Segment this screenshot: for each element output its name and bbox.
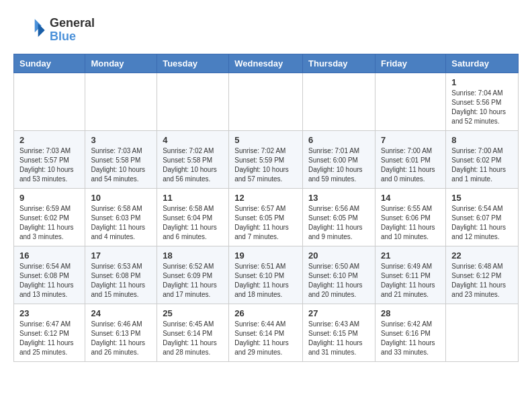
calendar-cell: 14Sunrise: 6:55 AM Sunset: 6:06 PM Dayli… <box>375 189 445 246</box>
calendar-cell: 21Sunrise: 6:49 AM Sunset: 6:11 PM Dayli… <box>375 246 445 304</box>
day-number: 4 <box>163 135 223 145</box>
weekday-thursday: Thursday <box>303 54 375 73</box>
week-row-1: 1Sunrise: 7:04 AM Sunset: 5:56 PM Daylig… <box>14 73 519 131</box>
week-row-2: 2Sunrise: 7:03 AM Sunset: 5:57 PM Daylig… <box>14 131 519 189</box>
day-number: 5 <box>234 135 297 145</box>
calendar-cell: 24Sunrise: 6:46 AM Sunset: 6:13 PM Dayli… <box>85 304 157 362</box>
day-number: 15 <box>451 193 513 203</box>
day-number: 24 <box>91 308 151 318</box>
day-info: Sunrise: 6:58 AM Sunset: 6:03 PM Dayligh… <box>91 204 151 242</box>
day-number: 19 <box>234 250 297 261</box>
calendar-cell: 20Sunrise: 6:50 AM Sunset: 6:10 PM Dayli… <box>303 246 375 304</box>
weekday-header-row: SundayMondayTuesdayWednesdayThursdayFrid… <box>14 54 519 73</box>
day-number: 8 <box>451 135 513 145</box>
calendar-cell: 18Sunrise: 6:52 AM Sunset: 6:09 PM Dayli… <box>157 246 229 304</box>
day-info: Sunrise: 7:04 AM Sunset: 5:56 PM Dayligh… <box>451 89 513 126</box>
day-info: Sunrise: 6:56 AM Sunset: 6:05 PM Dayligh… <box>308 204 369 242</box>
calendar-cell <box>14 73 85 131</box>
day-info: Sunrise: 6:57 AM Sunset: 6:05 PM Dayligh… <box>234 204 297 242</box>
logo-general-text: General <box>50 17 95 30</box>
calendar-cell: 8Sunrise: 7:00 AM Sunset: 6:02 PM Daylig… <box>446 131 519 189</box>
day-info: Sunrise: 7:00 AM Sunset: 6:01 PM Dayligh… <box>381 146 440 184</box>
day-info: Sunrise: 7:00 AM Sunset: 6:02 PM Dayligh… <box>451 146 513 184</box>
calendar-cell: 1Sunrise: 7:04 AM Sunset: 5:56 PM Daylig… <box>446 73 519 131</box>
calendar-cell: 16Sunrise: 6:54 AM Sunset: 6:08 PM Dayli… <box>14 246 85 304</box>
day-info: Sunrise: 7:01 AM Sunset: 6:00 PM Dayligh… <box>308 146 369 184</box>
calendar-cell: 9Sunrise: 6:59 AM Sunset: 6:02 PM Daylig… <box>14 189 85 246</box>
day-info: Sunrise: 6:47 AM Sunset: 6:12 PM Dayligh… <box>19 320 79 357</box>
calendar-cell <box>446 304 519 362</box>
week-row-5: 23Sunrise: 6:47 AM Sunset: 6:12 PM Dayli… <box>14 304 519 362</box>
day-info: Sunrise: 7:03 AM Sunset: 5:57 PM Dayligh… <box>19 146 79 184</box>
day-number: 17 <box>91 250 151 261</box>
weekday-friday: Friday <box>375 54 445 73</box>
page-header: GeneralBlue <box>13 13 519 47</box>
day-number: 22 <box>451 250 513 261</box>
calendar-cell: 15Sunrise: 6:54 AM Sunset: 6:07 PM Dayli… <box>446 189 519 246</box>
day-info: Sunrise: 6:42 AM Sunset: 6:16 PM Dayligh… <box>381 320 440 357</box>
day-info: Sunrise: 6:46 AM Sunset: 6:13 PM Dayligh… <box>91 320 151 357</box>
day-info: Sunrise: 6:44 AM Sunset: 6:14 PM Dayligh… <box>234 320 297 357</box>
day-number: 21 <box>381 250 440 261</box>
calendar-cell: 13Sunrise: 6:56 AM Sunset: 6:05 PM Dayli… <box>303 189 375 246</box>
day-number: 23 <box>19 308 79 318</box>
day-number: 10 <box>91 193 151 203</box>
day-number: 16 <box>19 250 79 261</box>
day-number: 2 <box>19 135 79 145</box>
day-number: 7 <box>381 135 440 145</box>
day-info: Sunrise: 6:59 AM Sunset: 6:02 PM Dayligh… <box>19 204 79 242</box>
day-info: Sunrise: 6:51 AM Sunset: 6:10 PM Dayligh… <box>234 262 297 300</box>
day-number: 3 <box>91 135 151 145</box>
day-number: 27 <box>308 308 369 318</box>
day-info: Sunrise: 6:50 AM Sunset: 6:10 PM Dayligh… <box>308 262 369 300</box>
day-info: Sunrise: 7:02 AM Sunset: 5:59 PM Dayligh… <box>234 146 297 184</box>
day-info: Sunrise: 6:55 AM Sunset: 6:06 PM Dayligh… <box>381 204 440 242</box>
logo: GeneralBlue <box>13 13 95 47</box>
week-row-3: 9Sunrise: 6:59 AM Sunset: 6:02 PM Daylig… <box>14 189 519 246</box>
calendar-cell <box>375 73 445 131</box>
weekday-wednesday: Wednesday <box>229 54 303 73</box>
weekday-monday: Monday <box>85 54 157 73</box>
day-info: Sunrise: 6:53 AM Sunset: 6:08 PM Dayligh… <box>91 262 151 300</box>
calendar-cell: 17Sunrise: 6:53 AM Sunset: 6:08 PM Dayli… <box>85 246 157 304</box>
day-number: 18 <box>163 250 223 261</box>
calendar-cell: 28Sunrise: 6:42 AM Sunset: 6:16 PM Dayli… <box>375 304 445 362</box>
day-info: Sunrise: 6:49 AM Sunset: 6:11 PM Dayligh… <box>381 262 440 300</box>
calendar-cell: 10Sunrise: 6:58 AM Sunset: 6:03 PM Dayli… <box>85 189 157 246</box>
calendar-cell <box>229 73 303 131</box>
calendar-cell: 7Sunrise: 7:00 AM Sunset: 6:01 PM Daylig… <box>375 131 445 189</box>
calendar-cell: 3Sunrise: 7:03 AM Sunset: 5:58 PM Daylig… <box>85 131 157 189</box>
day-info: Sunrise: 6:43 AM Sunset: 6:15 PM Dayligh… <box>308 320 369 357</box>
day-number: 28 <box>381 308 440 318</box>
calendar-cell: 4Sunrise: 7:02 AM Sunset: 5:58 PM Daylig… <box>157 131 229 189</box>
day-info: Sunrise: 6:48 AM Sunset: 6:12 PM Dayligh… <box>451 262 513 300</box>
week-row-4: 16Sunrise: 6:54 AM Sunset: 6:08 PM Dayli… <box>14 246 519 304</box>
logo-blue-text: Blue <box>50 30 95 44</box>
day-number: 1 <box>451 77 513 87</box>
day-number: 12 <box>234 193 297 203</box>
calendar-cell: 22Sunrise: 6:48 AM Sunset: 6:12 PM Dayli… <box>446 246 519 304</box>
day-info: Sunrise: 7:02 AM Sunset: 5:58 PM Dayligh… <box>163 146 223 184</box>
calendar-cell: 27Sunrise: 6:43 AM Sunset: 6:15 PM Dayli… <box>303 304 375 362</box>
day-number: 9 <box>19 193 79 203</box>
day-info: Sunrise: 6:54 AM Sunset: 6:08 PM Dayligh… <box>19 262 79 300</box>
day-number: 20 <box>308 250 369 261</box>
calendar-cell <box>303 73 375 131</box>
day-number: 25 <box>163 308 223 318</box>
calendar-table: SundayMondayTuesdayWednesdayThursdayFrid… <box>13 54 519 362</box>
day-number: 11 <box>163 193 223 203</box>
weekday-tuesday: Tuesday <box>157 54 229 73</box>
day-number: 6 <box>308 135 369 145</box>
weekday-sunday: Sunday <box>14 54 85 73</box>
calendar-cell: 26Sunrise: 6:44 AM Sunset: 6:14 PM Dayli… <box>229 304 303 362</box>
svg-marker-1 <box>38 24 45 37</box>
day-info: Sunrise: 7:03 AM Sunset: 5:58 PM Dayligh… <box>91 146 151 184</box>
calendar-cell <box>85 73 157 131</box>
day-number: 26 <box>234 308 297 318</box>
weekday-saturday: Saturday <box>446 54 519 73</box>
day-number: 13 <box>308 193 369 203</box>
calendar-cell: 6Sunrise: 7:01 AM Sunset: 6:00 PM Daylig… <box>303 131 375 189</box>
calendar-cell: 5Sunrise: 7:02 AM Sunset: 5:59 PM Daylig… <box>229 131 303 189</box>
calendar-cell <box>157 73 229 131</box>
day-info: Sunrise: 6:45 AM Sunset: 6:14 PM Dayligh… <box>163 320 223 357</box>
